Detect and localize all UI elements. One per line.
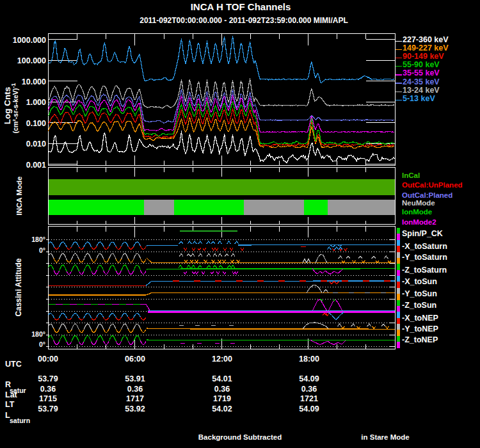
svg-text:13-24 keV: 13-24 keV [403,86,440,95]
svg-text:90-149 keV: 90-149 keV [403,52,444,61]
svg-text:in Stare Mode: in Stare Mode [361,433,409,441]
svg-text:UTC: UTC [5,360,22,369]
svg-text:0.36: 0.36 [127,385,143,394]
svg-text:18:00: 18:00 [299,355,319,364]
svg-text:24-35 keV: 24-35 keV [403,77,440,86]
svg-text:12:00: 12:00 [212,355,232,364]
svg-text:-Y_toNEP: -Y_toNEP [402,324,438,333]
svg-text:0°: 0° [39,246,45,254]
svg-text:1719: 1719 [213,394,231,403]
svg-text:53.79: 53.79 [38,374,58,383]
svg-text:Spin/P_CK: Spin/P_CK [402,229,443,238]
svg-text:IonMode: IonMode [402,208,432,216]
svg-text:1.000: 1.000 [26,98,46,107]
svg-text:149-227 keV: 149-227 keV [403,44,449,52]
svg-text:0.36: 0.36 [214,385,230,394]
svg-text:Lat: Lat [5,390,18,399]
svg-text:InCal: InCal [402,172,420,179]
svg-text:-Z_toNEP: -Z_toNEP [402,335,438,344]
svg-text:0.001: 0.001 [26,161,46,170]
svg-text:180°: 180° [31,330,45,338]
svg-text:100.000: 100.000 [17,56,46,65]
svg-text:Background Subtracted: Background Subtracted [198,433,282,441]
svg-text:00:00: 00:00 [38,355,58,364]
svg-text:OutCal:UnPlaned: OutCal:UnPlaned [402,181,463,189]
svg-text:0°: 0° [39,340,45,348]
svg-text:LT: LT [5,400,15,409]
svg-text:53.92: 53.92 [125,404,145,413]
svg-text:(cm²-sr-s-keV)-1: (cm²-sr-s-keV)-1 [10,83,19,134]
svg-text:53.91: 53.91 [125,374,145,383]
svg-text:06:00: 06:00 [125,355,145,364]
svg-text:227-360 keV: 227-360 keV [403,35,449,44]
svg-text:180°: 180° [31,236,45,243]
svg-text:0.36: 0.36 [40,385,56,394]
svg-text:Log Cnts: Log Cnts [3,87,12,125]
svg-text:35-55 keV: 35-55 keV [403,68,440,77]
svg-text:53.79: 53.79 [38,404,58,413]
svg-text:OutCal:Planed: OutCal:Planed [402,191,452,199]
svg-text:-Z_toSaturn: -Z_toSaturn [402,266,447,275]
svg-text:10.000: 10.000 [22,77,46,86]
svg-text:-X_toNEP: -X_toNEP [402,314,438,323]
svg-text:5-13 keV: 5-13 keV [403,94,435,103]
svg-text:54.01: 54.01 [212,374,232,383]
svg-text:NeuMode: NeuMode [402,199,435,207]
svg-text:-X_toSaturn: -X_toSaturn [402,242,447,251]
svg-text:0.36: 0.36 [301,385,317,394]
svg-text:55-90 keV: 55-90 keV [403,60,440,69]
svg-text:0.010: 0.010 [26,140,46,148]
svg-text:2011-092T00:00:00.000 - 2011-0: 2011-092T00:00:00.000 - 2011-092T23:59:0… [140,16,348,25]
svg-text:saturn: saturn [10,417,30,424]
svg-text:1721: 1721 [300,394,318,403]
svg-text:54.09: 54.09 [299,404,319,413]
svg-text:54.09: 54.09 [299,374,319,383]
svg-text:INCA Mode: INCA Mode [15,177,23,216]
svg-text:Cassini Attitude: Cassini Attitude [14,258,23,316]
svg-text:1717: 1717 [126,394,144,403]
svg-text:-X_toSun: -X_toSun [402,277,437,286]
svg-text:1000.000: 1000.000 [13,36,46,45]
svg-text:-Z_toSun: -Z_toSun [402,301,436,310]
svg-text:IonMode2: IonMode2 [402,218,436,226]
svg-text:INCA H TOF Channels: INCA H TOF Channels [191,1,291,12]
svg-text:1715: 1715 [39,394,57,403]
svg-text:-Y_toSaturn: -Y_toSaturn [402,253,447,262]
svg-text:54.02: 54.02 [212,404,232,413]
svg-text:0.100: 0.100 [26,119,46,128]
svg-text:-Y_toSun: -Y_toSun [402,289,437,298]
